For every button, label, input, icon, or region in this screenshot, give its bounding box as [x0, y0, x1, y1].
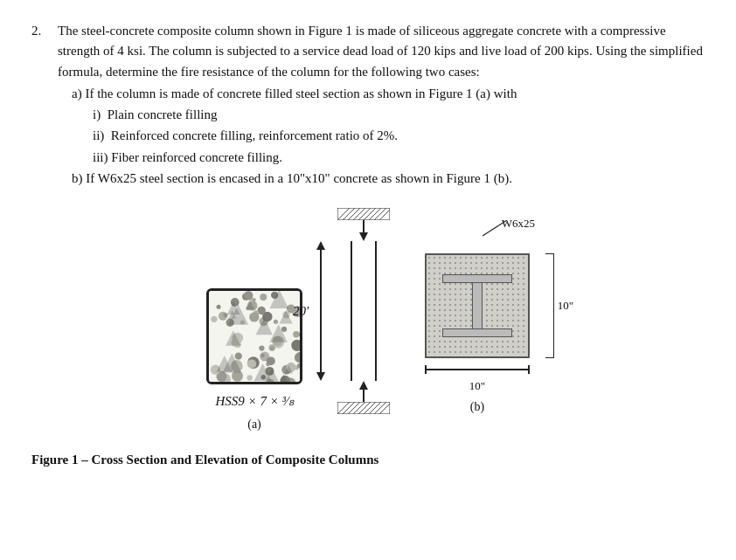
problem-number: 2. The steel-concrete composite column s…: [31, 21, 705, 189]
top-hatch: [337, 208, 390, 220]
right-dim-label: 10": [558, 299, 573, 313]
fig-a-caption: (a): [247, 418, 261, 432]
bottom-dim-container: [425, 365, 530, 374]
figure-a: HSS9 × 7 × ³⁄₈ (a): [206, 288, 302, 432]
problem-body: The steel-concrete composite column show…: [58, 21, 705, 189]
hss-cross-section: [206, 288, 302, 384]
hatch-bottom-lines: [337, 402, 390, 414]
problem-main-text: The steel-concrete composite column show…: [58, 21, 705, 82]
elevation-dim-label: 20′: [293, 304, 309, 319]
right-dim-container: 10": [545, 253, 573, 358]
hss-label: HSS9 × 7 × ³⁄₈: [215, 393, 293, 409]
sub-item-a-iii: iii) Fiber reinforced concrete filling.: [93, 148, 705, 168]
dim-horiz-line: [427, 369, 528, 370]
figures-area: HSS9 × 7 × ³⁄₈ (a): [31, 208, 705, 432]
right-bracket: [545, 253, 554, 358]
dim-tick-right: [528, 365, 530, 374]
sub-item-b: b) If W6x25 steel section is encased in …: [72, 169, 705, 189]
i-web: [472, 283, 483, 328]
i-bottom-flange: [442, 328, 512, 337]
sub-item-a: a) If the column is made of concrete fil…: [72, 84, 705, 168]
elevation-view: 20′: [337, 208, 390, 414]
sub-item-a-i: i) Plain concrete filling: [93, 105, 705, 125]
bottom-dim-label: 10": [469, 379, 485, 393]
encased-concrete: [425, 253, 530, 358]
fig-b-caption: (b): [470, 400, 484, 414]
figure-b: W6x25 10": [425, 232, 530, 414]
problem-num-label: 2.: [31, 21, 51, 41]
i-top-flange: [442, 274, 512, 283]
figure-caption: Figure 1 – Cross Section and Elevation o…: [31, 453, 705, 467]
sub-item-a-ii: ii) Reinforced concrete filling, reinfor…: [93, 126, 705, 146]
svg-line-20: [483, 220, 507, 236]
i-beam: [442, 274, 512, 337]
bottom-hatch: [337, 402, 390, 414]
column-shaft: [351, 241, 377, 381]
hatch-top-lines: [337, 208, 390, 220]
